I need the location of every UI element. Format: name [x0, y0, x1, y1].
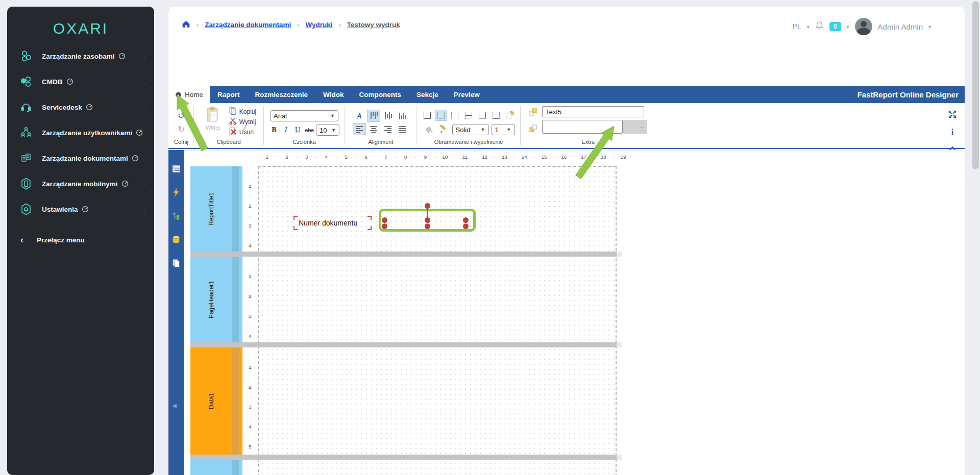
sidebar-item-ustawienia[interactable]: Ustawienia ⌄ — [7, 196, 154, 222]
undo-button[interactable]: ↺ — [176, 110, 187, 121]
move-handle-center[interactable] — [425, 217, 430, 223]
band-separator[interactable] — [190, 342, 622, 347]
align-left-button[interactable] — [353, 123, 366, 135]
info-icon[interactable]: i — [951, 128, 953, 137]
delete-button[interactable]: Usuń — [229, 128, 256, 136]
band-report-title[interactable]: ReportTitle1 ·1·2·3·4 — [190, 166, 258, 252]
tab-home[interactable]: Home — [168, 86, 210, 103]
collapse-panel-icon[interactable]: ◄ — [170, 401, 178, 410]
font-family-select[interactable]: Arial ▼ — [270, 110, 338, 121]
cut-button[interactable]: Wytnij — [229, 117, 256, 126]
tab-components[interactable]: Components — [351, 86, 409, 103]
sidebar-item-label: Zarządzanie użytkownikami — [42, 129, 132, 137]
chevron-down-icon[interactable]: ▾ — [847, 24, 849, 30]
send-to-back-icon[interactable] — [529, 124, 538, 135]
band-page-header[interactable]: PageHeader1 ·1·2·3·4 — [190, 257, 258, 342]
selected-text-object[interactable] — [379, 209, 476, 232]
resize-handle-right[interactable] — [463, 217, 469, 223]
report-pages-icon[interactable] — [170, 257, 182, 268]
paste-button[interactable]: Wklej — [201, 106, 225, 139]
bold-button[interactable]: B — [269, 125, 279, 135]
underline-button[interactable]: U — [292, 125, 303, 135]
cut-label: Wytnij — [239, 118, 256, 126]
object-name-input[interactable] — [542, 106, 644, 117]
language-selector[interactable]: PL — [793, 22, 801, 31]
band-data[interactable]: Data1 ·1·2·3·4·5 — [190, 347, 258, 455]
border-none-button[interactable] — [435, 110, 447, 121]
border-bottom-button[interactable] — [490, 110, 502, 121]
home-icon[interactable] — [182, 20, 190, 30]
events-icon[interactable] — [170, 187, 182, 198]
rotation-stem — [427, 207, 428, 218]
tab-preview[interactable]: Preview — [446, 86, 487, 103]
chevron-down-icon: ⌄ — [141, 129, 147, 137]
sidebar-item-zasoby[interactable]: Zarządzanie zasobami ⌄ — [7, 43, 154, 69]
sidebar-item-label: Zarządzanie mobilnymi — [42, 180, 118, 188]
group-separator — [416, 106, 417, 145]
bell-icon[interactable] — [815, 21, 824, 32]
sidebar-item-dokumenty[interactable]: Zarządzanie dokumentami ⌄ — [7, 145, 154, 171]
avatar[interactable] — [855, 18, 872, 35]
border-sides-button[interactable] — [476, 110, 488, 121]
page-scrollbar[interactable] — [971, 0, 980, 475]
valign-top-button[interactable] — [367, 110, 380, 122]
band-next[interactable]: · — [190, 460, 258, 475]
bring-to-front-icon[interactable] — [529, 108, 538, 119]
sidebar-item-mobilne[interactable]: Zarządzanie mobilnymi ⌄ — [7, 171, 154, 196]
menu-toggle[interactable]: ‹ Przełącz menu — [7, 230, 154, 250]
expression-more-button[interactable]: · — [623, 120, 647, 134]
breadcrumb-link-wydruki[interactable]: Wydruki — [305, 21, 332, 29]
band-separator[interactable] — [190, 455, 622, 460]
resize-handle-bottom-left[interactable] — [382, 223, 387, 229]
chevron-down-icon[interactable]: ▾ — [807, 24, 810, 30]
tab-widok[interactable]: Widok — [315, 86, 351, 103]
resize-handle-bottom-right[interactable] — [463, 223, 469, 229]
chevron-down-icon[interactable]: ▾ — [928, 24, 931, 30]
resize-handle-bottom[interactable] — [425, 223, 430, 229]
font-size-select[interactable]: 10 ▼ — [316, 124, 339, 136]
copy-button[interactable]: Kopiuj — [229, 107, 256, 116]
border-inner-button[interactable] — [462, 110, 475, 121]
notification-badge[interactable]: 0 — [829, 22, 841, 31]
data-sources-icon[interactable] — [170, 234, 182, 245]
strikethrough-button[interactable]: abc — [304, 125, 314, 135]
breadcrumb-link-dokumenty[interactable]: Zarządzanie dokumentami — [205, 21, 291, 29]
band-separator[interactable] — [190, 252, 622, 257]
delete-x-icon — [229, 127, 237, 137]
sidebar-item-label: Zarządzanie dokumentami — [42, 155, 128, 162]
scrollbar-thumb[interactable] — [972, 1, 979, 169]
fill-color-icon[interactable] — [423, 124, 435, 135]
gauge-icon — [121, 180, 129, 187]
menu-toggle-label: Przełącz menu — [37, 236, 85, 244]
report-tree-icon[interactable] — [170, 210, 182, 221]
redo-button[interactable]: ↻ — [176, 124, 187, 135]
border-style-select[interactable]: Solid ▼ — [452, 124, 489, 135]
align-justify-button[interactable] — [396, 123, 409, 135]
valign-bottom-button[interactable] — [396, 110, 409, 122]
tab-raport[interactable]: Raport — [210, 86, 248, 103]
fullscreen-icon[interactable] — [948, 110, 957, 120]
sidebar-item-uzytkownicy[interactable]: Zarządzanie użytkownikami ⌄ — [7, 120, 154, 145]
border-width-select[interactable]: 1 ▼ — [492, 124, 515, 135]
font-color-button[interactable]: A — [353, 110, 366, 122]
design-canvas[interactable]: ·1·2·3·4·5·6·7·8·9·10·11·12·13·14·15·16·… — [184, 150, 965, 475]
italic-button[interactable]: I — [281, 125, 291, 135]
sidebar-item-servicedesk[interactable]: Servicedesk ⌄ — [7, 94, 154, 120]
border-edit-button[interactable] — [504, 110, 516, 121]
tab-label: Home — [185, 91, 203, 98]
align-center-button[interactable] — [367, 123, 380, 135]
rotate-handle[interactable] — [425, 203, 430, 209]
resize-handle-left[interactable] — [382, 217, 387, 223]
tab-rozmieszczenie[interactable]: Rozmieszczenie — [248, 86, 316, 103]
text-object-label: Numer dokumentu — [299, 219, 357, 227]
border-color-icon[interactable] — [437, 124, 450, 135]
text-object-numer-dokumentu[interactable]: Numer dokumentu — [293, 216, 372, 230]
expression-textarea[interactable] — [542, 120, 623, 134]
tab-sekcje[interactable]: Sekcje — [409, 86, 446, 103]
sidebar-item-cmdb[interactable]: CMDB ⌄ — [7, 69, 154, 94]
align-right-button[interactable] — [381, 123, 395, 135]
border-outer-button[interactable] — [421, 110, 433, 121]
border-dotted-button[interactable] — [449, 110, 461, 121]
valign-center-button[interactable] — [381, 110, 395, 122]
properties-icon[interactable] — [170, 163, 182, 174]
